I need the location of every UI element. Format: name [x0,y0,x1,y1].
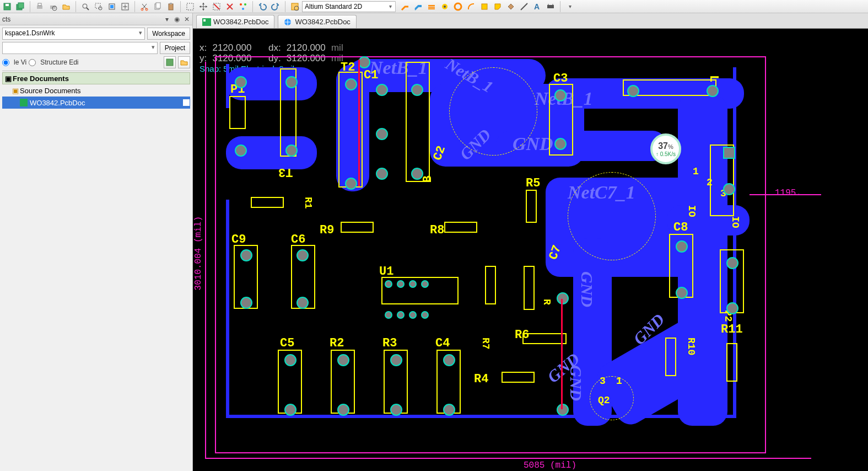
dimension-x-axis [205,458,811,459]
view-mode-combo[interactable] [302,1,396,12]
deselect-icon[interactable] [211,1,223,12]
print-icon[interactable] [34,1,46,12]
compile-icon[interactable] [164,56,176,68]
panel-pin-icon[interactable]: ◉ [172,15,181,24]
undo-icon[interactable] [256,1,268,12]
svg-rect-3 [18,3,24,8]
workspace-combo[interactable]: kspace1.DsnWrk [2,28,145,40]
dimension-x-label: 5085 (mil) [524,461,576,470]
copy-icon[interactable] [152,1,164,12]
select-rect-icon[interactable] [184,1,196,12]
web-icon [284,18,293,26]
airwire [358,60,360,186]
designator: C1 [364,69,378,82]
clear-icon[interactable] [224,1,236,12]
route-diff-icon[interactable] [412,1,424,12]
saveall-icon[interactable] [14,1,26,12]
designator: R5 [526,178,540,190]
svg-point-26 [240,3,242,6]
project-tree: ▣ Free Documents ▣ Source Documents WO38… [2,71,190,109]
zoom-selected-icon[interactable] [106,1,118,12]
print-preview-icon[interactable] [47,1,59,12]
svg-rect-42 [203,19,206,22]
place-via-icon[interactable] [439,1,451,12]
designator: R4 [474,373,488,386]
projects-panel: cts ▾ ◉ ✕ kspace1.DsnWrk Workspace Proje… [0,13,193,471]
svg-rect-34 [482,4,487,9]
designator: C3 [553,73,568,85]
designator: IO [687,205,697,217]
designator: R10 [686,338,696,355]
svg-rect-38 [548,4,549,5]
svg-rect-1 [6,4,9,6]
workspace-button[interactable]: Workspace [147,28,190,40]
file-status-icon [182,99,190,106]
tree-group-free-documents[interactable]: ▣ Free Documents [2,72,190,84]
svg-point-8 [83,4,87,8]
designator: R1 [303,197,313,209]
file-view-radio[interactable]: le Vi [2,56,26,68]
designator: C9 [231,234,246,246]
zoom-icon[interactable] [79,1,91,12]
save-icon[interactable] [1,1,13,12]
place-line-icon[interactable] [518,1,530,12]
route-track-icon[interactable] [399,1,411,12]
designator: C5 [280,338,294,350]
svg-rect-5 [38,3,41,6]
designator: C4 [435,338,450,350]
place-component-icon[interactable] [544,1,557,12]
designator: C8 [673,222,688,234]
svg-point-32 [444,6,446,8]
place-fill-icon[interactable] [478,1,490,12]
svg-rect-19 [169,4,173,10]
svg-rect-37 [547,5,554,8]
designator: C6 [291,234,305,246]
dimension-y-axis [205,62,206,459]
panel-title: cts [2,15,10,23]
net-label: GND [579,271,595,307]
svg-point-27 [244,3,246,6]
tree-folder-source-documents[interactable]: ▣ Source Documents [2,84,190,97]
place-region-icon[interactable] [492,1,504,12]
structure-editor-radio[interactable]: Structure Edi [29,56,78,68]
move-icon[interactable] [197,1,209,12]
tab-pcbdoc-web[interactable]: WO3842.PcbDoc [278,15,356,28]
tree-file-pcbdoc[interactable]: WO3842.PcbDoc [2,97,190,109]
paste-icon[interactable] [165,1,177,12]
tab-pcbdoc[interactable]: WO3842.PcbDoc [196,15,274,28]
place-poly-icon[interactable] [505,1,517,12]
zoom-fit-icon[interactable] [119,1,131,12]
svg-text:A: A [534,2,540,11]
browse-library-icon[interactable] [289,1,301,12]
svg-line-35 [521,3,527,10]
place-pad-icon[interactable] [452,1,464,12]
filter-icon[interactable] [237,1,249,12]
place-arc-icon[interactable] [465,1,477,12]
project-combo[interactable] [2,42,158,54]
panel-close-icon[interactable]: ✕ [182,15,191,24]
svg-line-23 [214,4,219,9]
pcb-canvas[interactable]: x: 2120.000 dx: 2120.000 mil y: 3120.000… [193,29,868,471]
open-folder-icon[interactable] [178,56,190,68]
designator: T3 [278,165,293,178]
svg-point-33 [455,3,461,10]
document-tabs: WO3842.PcbDoc WO3842.PcbDoc [193,13,868,29]
designator: R8 [430,224,444,237]
designator: IO [730,216,740,228]
svg-rect-20 [170,3,172,4]
dimension-right-label: 1195. [775,189,801,197]
progress-overlay-badge[interactable]: 37% ↑ 0.5K/s [650,133,681,164]
dropdown-more-icon[interactable]: ▾ [564,1,576,12]
svg-rect-13 [110,5,114,8]
designator: R2 [330,338,344,350]
zoom-window-icon[interactable] [93,1,105,12]
open-icon[interactable] [60,1,72,12]
cut-icon[interactable] [138,1,150,12]
svg-rect-21 [187,3,193,10]
designator: R [542,299,552,305]
redo-icon[interactable] [269,1,282,12]
panel-menu-icon[interactable]: ▾ [163,15,171,24]
place-string-icon[interactable]: A [531,1,543,12]
route-multi-icon[interactable] [425,1,438,12]
project-button[interactable]: Project [160,42,190,54]
